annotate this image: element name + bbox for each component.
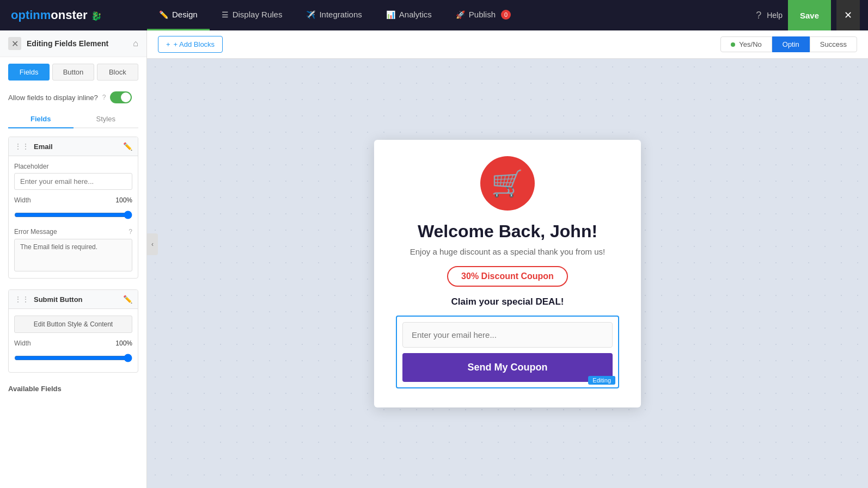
- submit-block-header: ⋮⋮ Submit Button ✏️: [9, 290, 138, 309]
- claim-text: Claim your special DEAL!: [390, 296, 625, 307]
- sub-tab-styles[interactable]: Styles: [74, 110, 139, 128]
- submit-width-row: Width 100%: [14, 339, 132, 347]
- home-icon: ⌂: [133, 39, 138, 48]
- submit-width-label: Width: [14, 339, 31, 347]
- email-block-body: Placeholder Width 100% Error Message ? T…: [9, 156, 138, 278]
- panel-close-button[interactable]: ✕: [8, 37, 21, 50]
- send-coupon-button[interactable]: Send My Coupon: [402, 353, 613, 382]
- design-icon: ✏️: [159, 10, 168, 19]
- drag-handle-email[interactable]: ⋮⋮: [14, 142, 29, 151]
- email-field-block: ⋮⋮ Email ✏️ Placeholder Width 100% Error…: [8, 137, 138, 279]
- plus-icon: +: [166, 40, 170, 48]
- popup-icon-circle: 🛒: [480, 156, 535, 211]
- nav-tab-display-label: Display Rules: [233, 10, 283, 19]
- coupon-badge[interactable]: 30% Discount Coupon: [447, 266, 568, 287]
- edit-button-style-button[interactable]: Edit Button Style & Content: [14, 316, 132, 333]
- left-panel: ✕ Editing Fields Element ⌂ Fields Button…: [0, 30, 147, 488]
- nav-tab-analytics[interactable]: 📊 Analytics: [374, 0, 444, 30]
- preview-area: 🛒 Welcome Back, John! Enjoy a huge disco…: [147, 59, 868, 488]
- tab-button[interactable]: Button: [52, 64, 94, 81]
- submit-width-value: 100%: [115, 339, 132, 347]
- help-button[interactable]: Help: [767, 11, 783, 20]
- width-row: Width 100%: [14, 196, 132, 204]
- sub-tab-fields[interactable]: Fields: [8, 110, 74, 128]
- available-fields-label: Available Fields: [0, 378, 146, 396]
- yesno-label: Yes/No: [739, 40, 761, 48]
- top-nav: optinmonster 🐉 ✏️ Design ☰ Display Rules…: [0, 0, 868, 30]
- yes-no-dot: [731, 42, 735, 47]
- nav-tab-integrations-label: Integrations: [319, 10, 362, 19]
- popup-subtitle: Enjoy a huge discount as a special thank…: [390, 247, 625, 256]
- panel-header: ✕ Editing Fields Element ⌂: [0, 30, 146, 57]
- publish-icon: 🚀: [456, 10, 465, 19]
- nav-tab-integrations[interactable]: ✈️ Integrations: [294, 0, 374, 30]
- tab-fields[interactable]: Fields: [8, 64, 50, 81]
- submit-block-title: Submit Button: [34, 295, 119, 304]
- placeholder-label: Placeholder: [14, 163, 132, 170]
- nav-tab-design-label: Design: [172, 10, 198, 19]
- placeholder-input[interactable]: [14, 173, 132, 190]
- nav-tabs: ✏️ Design ☰ Display Rules ✈️ Integration…: [147, 0, 748, 30]
- email-input-field[interactable]: [402, 322, 613, 348]
- integrations-icon: ✈️: [306, 10, 315, 19]
- cart-icon: 🛒: [491, 168, 524, 199]
- inline-row: Allow fields to display inline? ?: [0, 87, 146, 108]
- submit-field-block: ⋮⋮ Submit Button ✏️ Edit Button Style & …: [8, 289, 138, 373]
- submit-width-slider[interactable]: [14, 354, 132, 362]
- logo: optinmonster 🐉: [11, 8, 102, 22]
- email-block-title: Email: [34, 143, 119, 151]
- inline-toggle[interactable]: [110, 91, 132, 103]
- sub-nav: + + Add Blocks Yes/No Optin Success: [147, 30, 868, 59]
- tab-block[interactable]: Block: [97, 64, 138, 81]
- view-tab-optin[interactable]: Optin: [772, 36, 810, 52]
- popup-heading: Welcome Back, John!: [390, 221, 625, 242]
- save-button[interactable]: Save: [788, 0, 831, 30]
- view-tab-success[interactable]: Success: [810, 36, 857, 52]
- email-edit-button[interactable]: ✏️: [123, 142, 132, 151]
- error-msg-label: Error Message: [14, 228, 57, 236]
- view-tab-yesno[interactable]: Yes/No: [720, 36, 772, 52]
- submit-edit-button[interactable]: ✏️: [123, 295, 132, 304]
- nav-tab-publish[interactable]: 🚀 Publish 0: [444, 0, 523, 30]
- inline-label: Allow fields to display inline?: [8, 94, 98, 102]
- drag-handle-submit[interactable]: ⋮⋮: [14, 295, 29, 304]
- nav-right: ? Help Save ✕: [748, 0, 868, 30]
- logo-area: optinmonster 🐉: [0, 0, 147, 30]
- toggle-knob: [121, 92, 131, 102]
- nav-tab-publish-label: Publish: [469, 10, 496, 19]
- email-block-header: ⋮⋮ Email ✏️: [9, 137, 138, 156]
- view-tabs: Yes/No Optin Success: [720, 36, 857, 52]
- publish-badge: 0: [501, 10, 511, 20]
- panel-title: Editing Fields Element: [27, 39, 127, 48]
- popup-inner: 🛒 Welcome Back, John! Enjoy a huge disco…: [374, 140, 641, 407]
- sub-tabs: Fields Styles: [8, 110, 138, 128]
- panel-tabs: Fields Button Block: [0, 57, 146, 87]
- add-blocks-button[interactable]: + + Add Blocks: [158, 36, 223, 53]
- width-slider[interactable]: [14, 211, 132, 219]
- panel-home-button[interactable]: ⌂: [133, 39, 138, 48]
- error-help-icon[interactable]: ?: [129, 228, 132, 236]
- collapse-handle[interactable]: ‹: [147, 233, 158, 255]
- nav-tab-design[interactable]: ✏️ Design: [147, 0, 210, 30]
- editing-badge: Editing: [588, 376, 615, 385]
- nav-tab-analytics-label: Analytics: [399, 10, 432, 19]
- error-msg-row: Error Message ?: [14, 228, 132, 236]
- popup-form-area: Send My Coupon Editing: [396, 316, 619, 388]
- question-icon[interactable]: ?: [756, 10, 761, 21]
- add-blocks-label: + Add Blocks: [174, 40, 215, 48]
- close-nav-button[interactable]: ✕: [836, 0, 860, 30]
- content-area: + + Add Blocks Yes/No Optin Success 🛒: [147, 30, 868, 488]
- submit-block-body: Edit Button Style & Content Width 100%: [9, 309, 138, 372]
- width-value: 100%: [115, 196, 132, 204]
- popup-card: 🛒 Welcome Back, John! Enjoy a huge disco…: [374, 140, 641, 407]
- display-rules-icon: ☰: [222, 10, 229, 19]
- width-label: Width: [14, 196, 31, 204]
- nav-tab-display-rules[interactable]: ☰ Display Rules: [210, 0, 295, 30]
- main-layout: ✕ Editing Fields Element ⌂ Fields Button…: [0, 30, 868, 488]
- close-icon: ✕: [11, 39, 19, 49]
- inline-help-icon[interactable]: ?: [102, 94, 106, 101]
- analytics-icon: 📊: [386, 10, 395, 19]
- error-message-area: The Email field is required.: [14, 239, 132, 271]
